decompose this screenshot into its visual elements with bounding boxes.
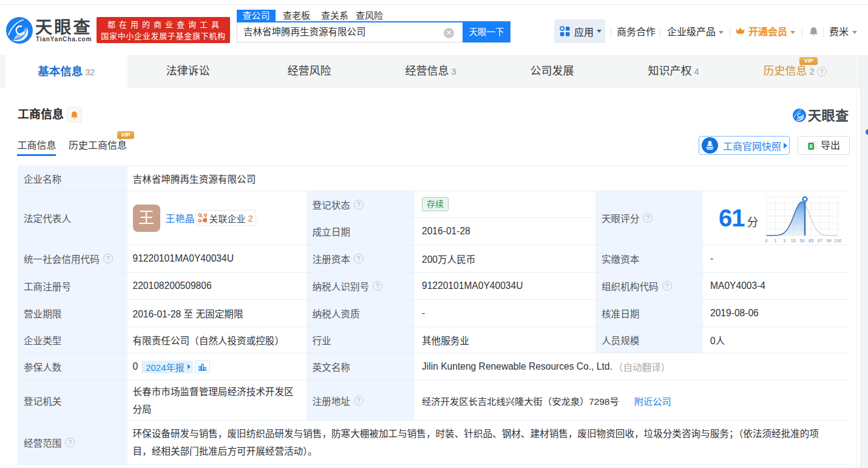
svg-text:97: 97 bbox=[818, 238, 822, 243]
svg-text:1: 1 bbox=[774, 238, 776, 243]
svg-text:99: 99 bbox=[826, 238, 831, 243]
svg-text:3: 3 bbox=[783, 238, 785, 243]
svg-text:85: 85 bbox=[809, 238, 813, 243]
svg-text:100: 100 bbox=[834, 238, 842, 243]
svg-text:15: 15 bbox=[791, 238, 796, 243]
svg-text:0: 0 bbox=[765, 238, 768, 243]
svg-text:50: 50 bbox=[799, 238, 804, 243]
